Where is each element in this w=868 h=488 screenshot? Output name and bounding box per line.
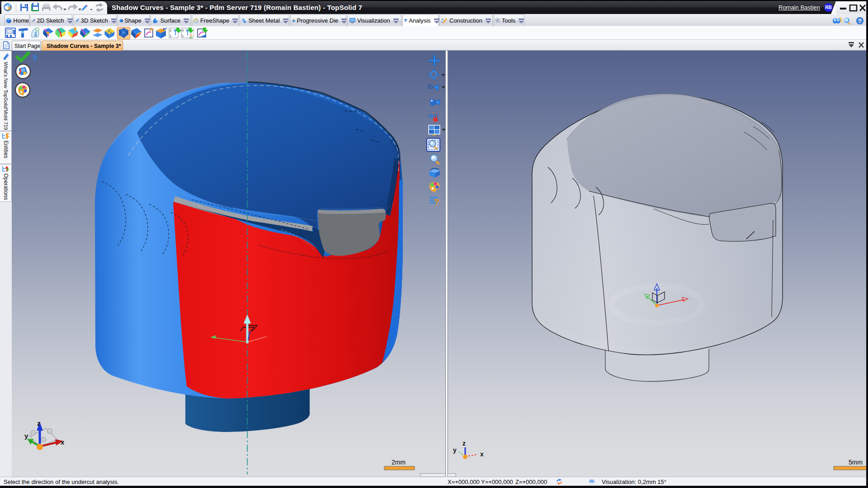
svg-text:1: 1 [182, 34, 184, 38]
svg-text:2mm: 2mm [392, 459, 406, 466]
svg-text:?: ? [434, 197, 439, 207]
svg-text:0: 0 [182, 28, 184, 33]
svg-text:z: z [462, 440, 466, 447]
svg-text:z: z [37, 419, 41, 427]
svg-text:y: y [453, 446, 457, 454]
svg-text:x: x [480, 450, 484, 458]
svg-text:5mm: 5mm [849, 459, 863, 466]
svg-text:?: ? [858, 18, 861, 24]
svg-text:0: 0 [170, 28, 172, 33]
svg-text:?: ? [32, 53, 38, 64]
svg-text:1: 1 [170, 34, 172, 38]
svg-text:y: y [24, 432, 28, 440]
svg-text:x: x [61, 438, 65, 446]
svg-text:M²: M² [163, 27, 167, 31]
